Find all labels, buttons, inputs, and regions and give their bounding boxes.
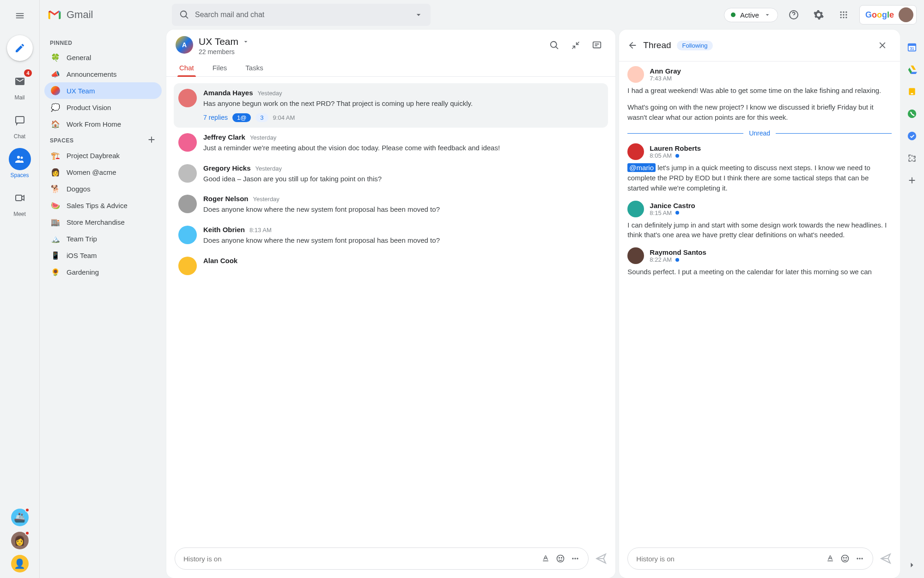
space-search-button[interactable] <box>545 36 564 55</box>
mini-avatar-2[interactable]: 👩 <box>11 532 29 549</box>
emoji-icon[interactable] <box>556 554 565 563</box>
compose-input[interactable] <box>183 555 535 563</box>
compose-button[interactable] <box>7 35 33 61</box>
message-author: Roger Nelson <box>203 195 249 203</box>
chat-icon <box>14 115 25 126</box>
message[interactable]: Jeffrey ClarkYesterdayJust a reminder we… <box>174 128 608 159</box>
thread-message[interactable]: Ann Gray7:43 AMI had a great weekend! Wa… <box>627 66 892 122</box>
drive-app-icon[interactable] <box>906 64 918 75</box>
sidebar-item[interactable]: 🏔️Team Trip <box>44 230 162 247</box>
search-bar[interactable] <box>172 4 431 26</box>
thread-time: 8:05 AM <box>650 152 701 159</box>
calendar-app-icon[interactable]: 31 <box>906 42 918 53</box>
thread-text: @mario let's jump in a quick meeting to … <box>627 163 892 193</box>
svg-point-10 <box>845 14 847 15</box>
add-app-icon[interactable] <box>906 175 918 186</box>
back-arrow-icon[interactable] <box>627 40 638 50</box>
thread-message[interactable]: Janice Castro8:15 AMI can definitely jum… <box>627 201 892 240</box>
sidebar-item[interactable]: 👩Women @acme <box>44 164 162 180</box>
tab-tasks[interactable]: Tasks <box>243 60 265 76</box>
sidebar-item[interactable]: 🐕Doggos <box>44 180 162 197</box>
replies-link[interactable]: 7 replies <box>203 114 228 121</box>
chat-header: A UX Team 22 members <box>166 30 615 55</box>
rail-spaces[interactable]: Spaces <box>4 148 36 178</box>
chevron-down-icon[interactable] <box>414 10 423 19</box>
message[interactable]: Alan Cook <box>174 251 608 281</box>
voice-app-icon[interactable] <box>906 108 918 119</box>
svg-point-7 <box>845 12 847 13</box>
addons-icon[interactable] <box>906 153 918 164</box>
rail-mail[interactable]: 4 Mail <box>4 70 36 101</box>
format-icon[interactable] <box>826 554 835 563</box>
main-menu-button[interactable] <box>9 5 31 27</box>
sidebar-item[interactable]: 🏠Work From Home <box>44 116 162 132</box>
mini-avatar-1[interactable]: 🚢 <box>11 509 29 526</box>
thread-message[interactable]: Raymond Santos8:22 AMSounds perfect. I p… <box>627 247 892 277</box>
following-chip[interactable]: Following <box>677 41 713 50</box>
thread-compose-box[interactable] <box>627 547 873 570</box>
sidebar-item[interactable]: 📱iOS Team <box>44 247 162 264</box>
sidebar-item-label: Doggos <box>67 185 91 193</box>
space-title[interactable]: UX Team <box>199 36 249 47</box>
apps-grid-icon <box>839 10 848 19</box>
send-icon[interactable] <box>595 553 607 565</box>
rail-chat[interactable]: Chat <box>4 109 36 140</box>
user-avatar[interactable] <box>899 7 913 22</box>
rail-meet[interactable]: Meet <box>4 187 36 217</box>
show-side-panel-icon[interactable] <box>906 560 918 571</box>
sidebar-item[interactable]: 💭Product Vision <box>44 99 162 116</box>
google-account-chip[interactable]: Google <box>859 5 917 25</box>
apps-button[interactable] <box>834 6 853 24</box>
sidebar-item[interactable]: 🍉Sales Tips & Advice <box>44 197 162 214</box>
search-input[interactable] <box>195 11 408 19</box>
svg-point-26 <box>861 558 863 559</box>
tasks-app-icon[interactable] <box>906 130 918 141</box>
sidebar-item[interactable]: 🍀General <box>44 49 162 66</box>
open-thread-button[interactable] <box>588 36 606 55</box>
svg-point-21 <box>842 555 849 562</box>
format-icon[interactable] <box>541 554 550 563</box>
logo-area[interactable]: Gmail <box>47 7 166 22</box>
close-thread-button[interactable] <box>873 36 892 55</box>
search-icon <box>549 40 559 50</box>
sidebar-item[interactable]: 🏗️Project Daybreak <box>44 147 162 164</box>
sidebar: PINNED 🍀General📣AnnouncementsUX Team💭Pro… <box>40 30 166 578</box>
content-row: A UX Team 22 members <box>166 30 900 578</box>
add-space-button[interactable] <box>144 132 159 147</box>
compose-box[interactable] <box>175 547 589 570</box>
message[interactable]: Roger NelsonYesterdayDoes anyone know wh… <box>174 189 608 220</box>
more-icon[interactable] <box>571 554 580 563</box>
sidebar-item[interactable]: UX Team <box>44 82 162 99</box>
mention-chip[interactable]: @mario <box>627 163 656 172</box>
mini-avatar-3[interactable]: 👤 <box>11 555 29 572</box>
message-list: Amanda HayesYestedayHas anyone begun wor… <box>166 77 615 543</box>
rail-chat-label: Chat <box>14 133 25 140</box>
rail-meet-label: Meet <box>13 211 26 217</box>
sidebar-item-label: Sales Tips & Advice <box>67 202 128 209</box>
sidebar-item[interactable]: 🌻Gardening <box>44 264 162 280</box>
tab-chat[interactable]: Chat <box>177 60 196 76</box>
sidebar-item-label: General <box>67 54 91 61</box>
tab-files[interactable]: Files <box>211 60 229 76</box>
message-avatar <box>178 164 197 183</box>
help-button[interactable] <box>784 6 803 24</box>
more-icon[interactable] <box>855 554 864 563</box>
sidebar-heading-pinned: PINNED <box>44 35 162 49</box>
sidebar-item-icon: 🏬 <box>51 217 60 227</box>
message[interactable]: Keith Obrien8:13 AMDoes anyone know wher… <box>174 220 608 251</box>
settings-button[interactable] <box>809 6 828 24</box>
thread-text: I had a great weekend! Was able to get s… <box>627 86 892 96</box>
sidebar-item[interactable]: 📣Announcements <box>44 66 162 82</box>
thread-message[interactable]: Lauren Roberts8:05 AM@mario let's jump i… <box>627 143 892 193</box>
collapse-button[interactable] <box>566 36 585 55</box>
emoji-icon[interactable] <box>840 554 850 563</box>
sidebar-item[interactable]: 🏬Store Merchandise <box>44 214 162 230</box>
message[interactable]: Amanda HayesYestedayHas anyone begun wor… <box>174 83 608 128</box>
status-pill[interactable]: Active <box>724 8 778 22</box>
collapse-icon <box>571 41 580 50</box>
thread-compose-input[interactable] <box>636 555 820 563</box>
send-icon[interactable] <box>880 553 892 565</box>
sidebar-heading-spaces: SPACES <box>44 133 79 147</box>
message[interactable]: Gregory HicksYesterdayGood idea – Jason … <box>174 159 608 190</box>
keep-app-icon[interactable] <box>906 86 918 97</box>
